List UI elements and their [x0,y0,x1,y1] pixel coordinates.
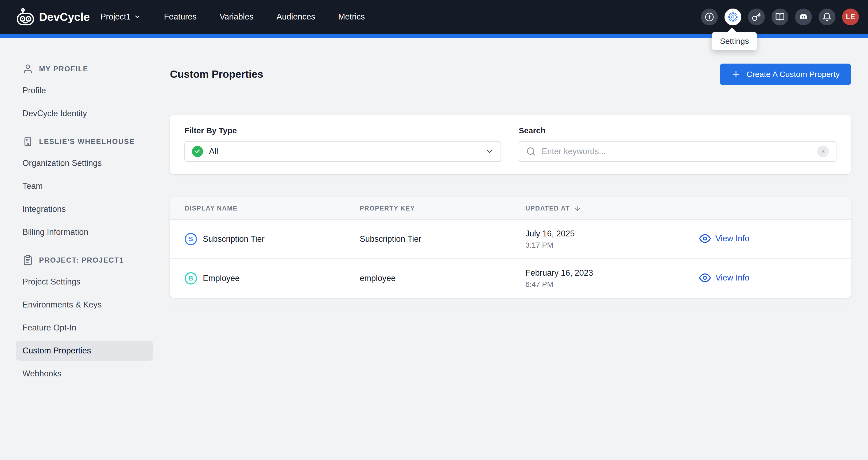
sidebar-item-integrations[interactable]: Integrations [16,199,153,219]
view-info-link[interactable]: View Info [699,233,749,244]
bell-icon [822,12,832,22]
sidebar-item-feature-opt-in[interactable]: Feature Opt-In [16,318,153,338]
column-header-property-key: PROPERTY KEY [360,205,525,212]
brand-name: DevCycle [39,10,90,24]
view-info-link[interactable]: View Info [699,272,749,284]
avatar-initials: LE [846,13,855,21]
notifications-button[interactable] [818,8,835,25]
property-type-boolean-icon: B [185,272,197,285]
clipboard-icon [23,255,33,266]
nav-item-audiences[interactable]: Audiences [277,12,315,22]
clear-search-button[interactable] [817,145,829,157]
discord-button[interactable] [795,8,812,25]
filter-by-type-label: Filter By Type [184,126,501,135]
sidebar-item-environments-keys[interactable]: Environments & Keys [16,295,153,315]
search-label: Search [519,126,836,135]
table-row: S Subscription Tier Subscription Tier Ju… [170,220,851,259]
sidebar-item-webhooks[interactable]: Webhooks [16,364,153,384]
plus-icon [731,69,741,79]
type-filter-value: All [209,147,218,156]
property-key-cell: employee [360,273,396,283]
settings-tooltip-label: Settings [720,37,749,45]
page-title: Custom Properties [170,68,263,80]
docs-button[interactable] [772,8,788,25]
updated-time: 3:17 PM [525,241,699,250]
updated-time: 6:47 PM [525,280,699,289]
sidebar-header-label: MY PROFILE [39,65,89,73]
create-button-label: Create A Custom Property [747,70,840,79]
person-icon [23,64,33,74]
filter-by-type-field: Filter By Type All [184,126,501,162]
sidebar-header-label: PROJECT: PROJECT1 [39,256,124,264]
custom-properties-table: DISPLAY NAME PROPERTY KEY UPDATED AT S S… [170,197,851,298]
sidebar-item-team[interactable]: Team [16,176,153,196]
nav-item-variables[interactable]: Variables [220,12,254,22]
user-avatar[interactable]: LE [842,8,859,25]
page-header: Custom Properties Create A Custom Proper… [170,64,851,85]
nav-item-metrics[interactable]: Metrics [338,12,365,22]
eye-icon [699,233,711,244]
key-icon [752,12,761,22]
green-check-icon [192,146,203,157]
eye-icon [699,272,711,284]
table-header-row: DISPLAY NAME PROPERTY KEY UPDATED AT [170,197,851,220]
search-input[interactable] [542,147,817,156]
updated-date: February 16, 2023 [525,268,699,278]
sidebar-header-project: PROJECT: PROJECT1 [16,255,153,266]
property-key-cell: Subscription Tier [360,234,422,243]
sidebar-item-billing-information[interactable]: Billing Information [16,222,153,242]
table-row: B Employee employee February 16, 2023 6:… [170,259,851,298]
sidebar-item-project-settings[interactable]: Project Settings [16,272,153,292]
sidebar-header-my-profile: MY PROFILE [16,64,153,74]
property-type-string-icon: S [185,233,197,245]
top-navbar: DevCycle Project1 Features Variables Aud… [0,0,868,34]
sidebar-item-profile[interactable]: Profile [16,81,153,100]
chevron-down-icon [486,147,494,156]
nav-project-label: Project1 [100,12,131,22]
column-header-updated-at[interactable]: UPDATED AT [525,205,699,212]
content-divider [170,306,851,306]
add-button[interactable] [701,8,718,25]
sidebar-item-organization-settings[interactable]: Organization Settings [16,153,153,173]
devcycle-robot-icon [16,7,35,26]
building-icon [23,136,33,147]
chevron-down-icon [134,13,141,20]
sidebar-item-devcycle-identity[interactable]: DevCycle Identity [16,104,153,123]
search-field: Search [519,126,836,162]
navbar-actions: LE [701,8,859,25]
book-icon [775,12,785,22]
settings-sidebar: MY PROFILE Profile DevCycle Identity LES… [16,64,153,396]
page-layout: MY PROFILE Profile DevCycle Identity LES… [0,38,868,396]
filter-card: Filter By Type All Search [170,115,851,174]
display-name-cell: Employee [203,273,240,283]
nav-item-features[interactable]: Features [164,12,196,22]
display-name-cell: Subscription Tier [203,234,265,244]
type-filter-select[interactable]: All [184,141,501,162]
x-icon [821,149,825,154]
sidebar-section-project: PROJECT: PROJECT1 Project Settings Envir… [16,255,153,384]
discord-icon [799,12,808,22]
settings-button[interactable] [724,8,741,25]
search-icon [526,147,536,156]
create-custom-property-button[interactable]: Create A Custom Property [720,64,851,85]
sidebar-header-label: LESLIE'S WHEELHOUSE [39,138,135,146]
sidebar-section-my-profile: MY PROFILE Profile DevCycle Identity [16,64,153,123]
sort-descending-icon [574,205,581,212]
devcycle-logo[interactable]: DevCycle [16,7,90,26]
sidebar-section-organization: LESLIE'S WHEELHOUSE Organization Setting… [16,136,153,242]
settings-tooltip: Settings [712,32,757,50]
search-box[interactable] [519,141,836,162]
sidebar-header-organization: LESLIE'S WHEELHOUSE [16,136,153,147]
api-keys-button[interactable] [748,8,765,25]
gear-icon [728,12,738,22]
column-header-display-name: DISPLAY NAME [170,205,360,212]
main-content: Custom Properties Create A Custom Proper… [170,64,851,306]
updated-date: July 16, 2025 [525,229,699,238]
primary-nav: Project1 Features Variables Audiences Me… [100,12,365,22]
sidebar-item-custom-properties[interactable]: Custom Properties [16,341,153,361]
plus-circle-icon [705,12,714,22]
nav-project-dropdown[interactable]: Project1 [100,12,141,22]
